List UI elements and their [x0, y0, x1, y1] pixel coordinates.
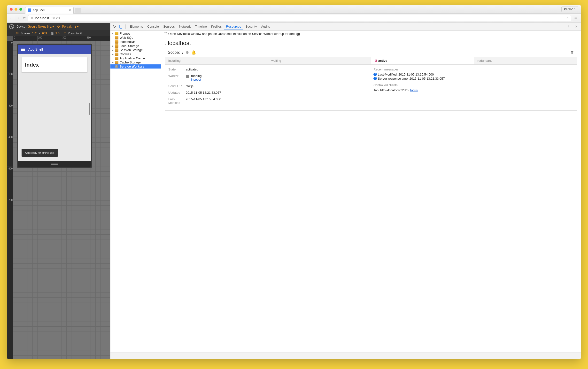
tree-item-label: Local Storage	[120, 44, 139, 48]
device-home-bar[interactable]	[18, 161, 91, 167]
screen-x: ×	[39, 32, 40, 35]
back-button[interactable]: ←	[9, 15, 14, 20]
console-icon[interactable]: ›_	[9, 32, 14, 35]
browser-tab[interactable]: App Shell ×	[25, 7, 74, 14]
devtools-tabbar: ElementsConsoleSourcesNetworkTimelinePro…	[110, 23, 337, 31]
devtools-tab-security[interactable]: Security	[243, 23, 259, 30]
tree-item-indexeddb[interactable]: IndexedDB	[110, 40, 161, 44]
arrow-icon: ▶	[112, 53, 114, 55]
tree-item-cache-storage[interactable]: ▶Cache Storage	[110, 60, 161, 64]
ruler-vertical: 0150300450600750	[7, 41, 13, 208]
db-ic-icon	[115, 52, 118, 56]
scope-value: /	[182, 50, 183, 55]
new-tab-button[interactable]	[75, 8, 81, 13]
ruler-tick: 450	[86, 36, 110, 41]
arrow-icon: ▶	[112, 45, 114, 47]
tree-item-local-storage[interactable]: ▶Local Storage	[110, 44, 161, 48]
tree-item-service-workers[interactable]: Service Workers	[110, 64, 161, 69]
device-mode-icon[interactable]	[118, 24, 124, 29]
tree-item-label: Frames	[120, 32, 130, 35]
reload-button[interactable]: ⟳	[22, 16, 27, 20]
tree-item-web-sql[interactable]: Web SQL	[110, 36, 161, 40]
updated-value: 2015-11-05 13:21:33.057	[186, 91, 221, 94]
device-toolbar: | Device Google Nexus 6 ▲▼ ⟲ Portrait - …	[7, 23, 110, 30]
devtools-tab-audits[interactable]: Audits	[259, 23, 272, 30]
sw-tab-installing[interactable]: installing	[165, 57, 268, 64]
bell-icon[interactable]: 🔔	[191, 50, 196, 55]
devtools-tab-timeline[interactable]: Timeline	[193, 23, 209, 30]
maximize-window[interactable]	[19, 8, 22, 11]
devtools-tab-elements[interactable]: Elements	[128, 23, 145, 30]
tree-item-session-storage[interactable]: ▶Session Storage	[110, 48, 161, 52]
sw-host: . localhost	[161, 37, 337, 48]
svg-rect-0	[120, 25, 122, 28]
zoom-label: Zoom to fit	[68, 32, 82, 35]
devtools-tab-console[interactable]: Console	[145, 23, 161, 30]
orientation-select[interactable]: Portrait - ▲▼	[62, 25, 79, 28]
tree-item-label: Session Storage	[120, 48, 143, 52]
tree-item-label: Application Cache	[120, 56, 145, 60]
inspect-link[interactable]: inspect	[191, 78, 201, 81]
arrow-icon: ▶	[112, 32, 114, 35]
disable-emulation-icon[interactable]: |	[8, 23, 15, 30]
separator	[125, 24, 126, 29]
sw-panel: Scope: / ⚙ 🔔 🗑 installingwaitingactivere…	[165, 48, 337, 111]
db-ic-icon	[115, 44, 118, 48]
stop-icon[interactable]	[186, 75, 189, 78]
sw-tab-waiting[interactable]: waiting	[268, 57, 337, 64]
zoom-checkbox[interactable]: ☑	[63, 32, 66, 35]
sw-pause-checkbox[interactable]	[164, 32, 167, 35]
folder-y-icon	[115, 32, 118, 35]
gear-icon[interactable]: ⚙	[186, 50, 189, 55]
ruler-tick: 450	[7, 135, 13, 167]
toast: App ready for offline use.	[21, 149, 58, 157]
tab-title: App Shell	[33, 9, 45, 12]
lastmod-label: Last-Modified	[168, 97, 186, 105]
script-value: /sw.js	[186, 84, 194, 88]
tree-item-label: Web SQL	[120, 36, 133, 40]
url-input[interactable]: 🗎 localhost:3123 ☆	[28, 15, 337, 21]
dpr-value[interactable]: 3.5	[55, 32, 60, 35]
sw-startup-option[interactable]: Open DevTools window and pause JavaScrip…	[161, 31, 337, 37]
rotate-icon[interactable]: ⟲	[57, 25, 60, 29]
page-icon: 🗎	[30, 16, 33, 20]
inspect-icon[interactable]	[112, 24, 117, 29]
tree-item-application-cache[interactable]: Application Cache	[110, 56, 161, 60]
tree-item-frames[interactable]: ▶Frames	[110, 31, 161, 36]
url-port: :3123	[51, 16, 60, 20]
screen-height[interactable]: 659	[42, 32, 47, 35]
devtools-tab-resources[interactable]: Resources	[224, 23, 243, 30]
devtools-tab-sources[interactable]: Sources	[161, 23, 177, 30]
minimize-window[interactable]	[15, 8, 17, 11]
gear-ic-icon	[115, 65, 118, 68]
close-tab-icon[interactable]: ×	[69, 8, 71, 12]
screen-width[interactable]: 412	[32, 32, 37, 35]
ruler-tick: 300	[62, 36, 86, 41]
screen-checkbox[interactable]: ☑	[16, 32, 19, 35]
devtools-tab-network[interactable]: Network	[177, 23, 193, 30]
state-label: State	[168, 68, 186, 71]
device-screen[interactable]: App Shell Index App ready for offline us…	[18, 45, 91, 161]
favicon	[28, 9, 31, 12]
ruler-tick: 150	[7, 72, 13, 104]
hamburger-icon[interactable]	[21, 48, 25, 51]
resources-tree: ▶FramesWeb SQLIndexedDB▶Local Storage▶Se…	[110, 31, 161, 208]
devtools: ElementsConsoleSourcesNetworkTimelinePro…	[110, 23, 337, 208]
close-window[interactable]	[10, 8, 13, 11]
orientation-value: Portrait -	[62, 25, 73, 28]
state-value: activated	[186, 68, 198, 71]
devtools-tab-profiles[interactable]: Profiles	[209, 23, 224, 30]
device-select[interactable]: Google Nexus 6 ▲▼	[28, 25, 54, 28]
forward-button[interactable]: →	[15, 15, 20, 20]
screen-label: Screen	[21, 32, 30, 35]
device-subbar: ›_ ☑ Screen 412 × 659 ▦ 3.5 ☑ Zoom to fi…	[7, 30, 110, 36]
arrow-icon: ▶	[112, 61, 114, 64]
tree-item-label: Cookies	[120, 52, 131, 56]
db-ic-icon	[115, 36, 118, 40]
app-header: App Shell	[18, 45, 91, 54]
scope-label: Scope:	[168, 50, 180, 55]
arrow-icon: ▶	[112, 49, 114, 51]
sw-details-left: Stateactivated Worker running inspect	[168, 68, 337, 108]
browser-window: App Shell × Person 1 ← → ⟳ 🗎 localhost:3…	[7, 5, 337, 208]
tree-item-cookies[interactable]: ▶Cookies	[110, 52, 161, 56]
